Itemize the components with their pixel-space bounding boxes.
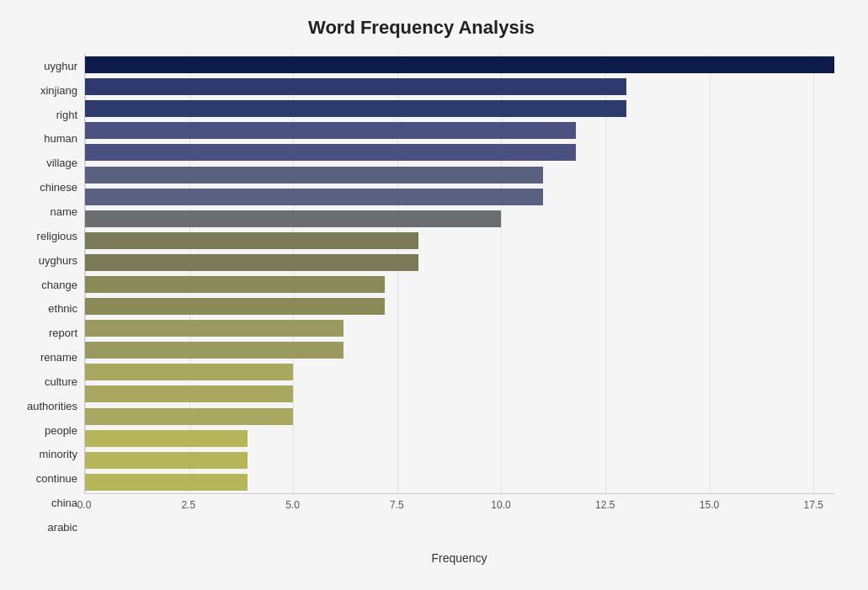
y-labels: uyghurxinjiangrighthumanvillagechinesena… xyxy=(8,54,84,540)
x-axis: 0.02.55.07.510.012.515.017.5 xyxy=(84,493,834,527)
bar-row xyxy=(85,295,834,317)
bar xyxy=(85,320,343,337)
bar xyxy=(85,385,293,402)
bar xyxy=(85,474,248,491)
bar xyxy=(85,254,418,271)
chart-container: Word Frequency Analysis uyghurxinjiangri… xyxy=(0,0,868,590)
y-label: minority xyxy=(8,443,77,466)
bar-row xyxy=(85,274,834,295)
y-label: uyghurs xyxy=(8,248,77,272)
y-label: ethnic xyxy=(8,297,77,321)
y-label: continue xyxy=(8,467,77,491)
chart-title: Word Frequency Analysis xyxy=(8,17,834,39)
y-label: people xyxy=(8,418,77,442)
bar xyxy=(85,189,543,205)
bar-row xyxy=(85,164,834,186)
x-tick: 15.0 xyxy=(700,499,719,511)
bar-row xyxy=(85,471,834,493)
bar xyxy=(85,78,626,95)
bar xyxy=(85,144,576,161)
bar xyxy=(85,342,343,359)
x-tick: 10.0 xyxy=(491,499,510,511)
bar xyxy=(85,408,293,425)
y-label: rename xyxy=(8,346,77,369)
x-tick: 7.5 xyxy=(390,499,404,511)
bar-row xyxy=(85,208,834,230)
x-tick: 0.0 xyxy=(77,499,92,511)
y-label: xinjiang xyxy=(8,78,77,102)
bar-row xyxy=(85,76,834,98)
x-axis-label: Frequency xyxy=(431,551,487,565)
y-label: human xyxy=(8,127,77,151)
bar-row xyxy=(85,361,834,383)
y-label: report xyxy=(8,322,77,345)
x-tick: 2.5 xyxy=(181,499,195,511)
bar xyxy=(85,122,576,139)
y-label: arabic xyxy=(8,515,77,539)
bar-row xyxy=(85,252,834,274)
bar-row xyxy=(85,186,834,208)
y-label: authorities xyxy=(8,394,77,417)
bar xyxy=(85,364,293,380)
bar-row xyxy=(85,317,834,339)
bar-row xyxy=(85,339,834,361)
y-label: name xyxy=(8,199,77,223)
x-tick: 5.0 xyxy=(285,499,300,511)
bar xyxy=(85,232,418,249)
y-label: china xyxy=(8,492,77,515)
bar xyxy=(85,100,626,117)
y-label: village xyxy=(8,151,77,175)
bars-area xyxy=(84,54,834,493)
y-label: uyghur xyxy=(8,54,77,77)
bar xyxy=(85,167,543,183)
bar-row xyxy=(85,383,834,405)
x-axis-wrapper: 0.02.55.07.510.012.515.017.5 Frequency xyxy=(84,493,834,540)
bar xyxy=(85,430,248,447)
bar xyxy=(85,298,385,315)
bar-row xyxy=(85,120,834,141)
y-label: culture xyxy=(8,369,77,393)
bar-row xyxy=(85,449,834,471)
bar xyxy=(85,452,248,469)
y-label: religious xyxy=(8,224,77,247)
bar-row xyxy=(85,406,834,428)
bars-and-xaxis: 0.02.55.07.510.012.515.017.5 Frequency xyxy=(84,54,834,540)
y-label: right xyxy=(8,103,77,126)
x-tick: 17.5 xyxy=(804,499,823,511)
chart-area: uyghurxinjiangrighthumanvillagechinesena… xyxy=(8,54,834,540)
bar-row xyxy=(85,54,834,76)
bar xyxy=(85,276,385,293)
x-tick: 12.5 xyxy=(595,499,615,511)
bar-row xyxy=(85,98,834,120)
bar-row xyxy=(85,141,834,163)
y-label: chinese xyxy=(8,176,77,199)
bar-row xyxy=(85,428,834,449)
y-label: change xyxy=(8,273,77,296)
bar xyxy=(85,210,501,227)
bar-row xyxy=(85,230,834,252)
bar xyxy=(85,56,834,73)
